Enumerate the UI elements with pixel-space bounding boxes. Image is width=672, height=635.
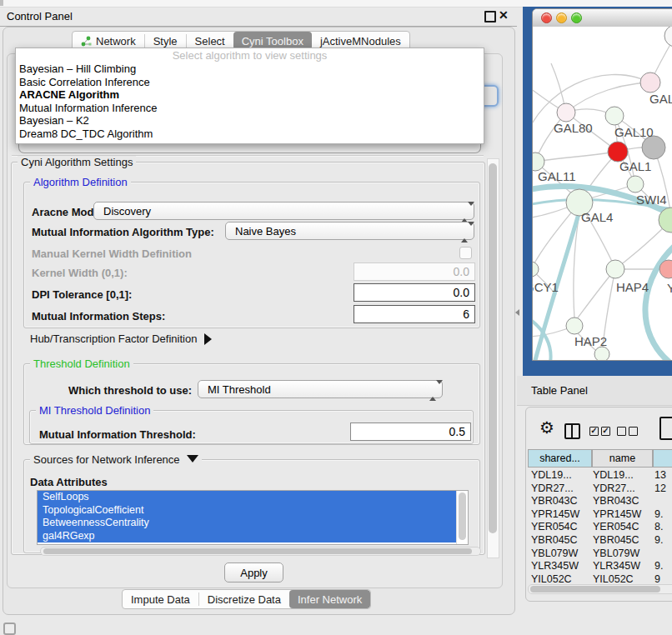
gal10-node[interactable] [605,107,624,125]
algorithm-option[interactable]: Dream8 DC_TDC Algorithm [16,128,484,141]
table-cell: YBL079W [593,548,651,559]
dpi-tolerance-field[interactable]: 0.0 [354,283,475,302]
node-label: SWI4 [636,192,667,207]
scrollbar-thumb[interactable] [530,586,660,592]
gal1-node[interactable] [627,176,644,192]
group-title: Cyni Algorithm Settings [18,156,136,168]
dropdown-placeholder: Select algorithm to view settings [16,48,484,62]
algorithm-option[interactable]: Mutual Information Inference [16,102,484,115]
apply-button[interactable]: Apply [224,562,283,582]
combo-spinner-icon [461,206,468,218]
horizontal-scrollbar[interactable] [40,547,481,556]
table-row[interactable]: YLR345WYLR345W9. [528,560,672,573]
minimize-traffic-light-icon[interactable] [556,12,567,23]
mi-steps-field[interactable]: 6 [354,305,475,323]
checked-checkbox-icon[interactable]: ✓ [589,427,599,436]
table-cell: YBR043C [593,495,651,507]
gear-icon[interactable]: ⚙ [539,418,554,438]
manual-kernel-checkbox[interactable] [459,247,472,259]
attribute-list-item[interactable]: gal4RGexp [38,530,457,543]
zoom-traffic-light-icon[interactable] [571,12,582,23]
unchecked-checkbox-icon[interactable] [629,427,638,436]
aracne-mode-combo[interactable]: Discovery [93,202,474,220]
attribute-list-item[interactable]: TopologicalCoefficient [38,504,457,518]
hub-definition-toggle[interactable]: Hub/Transcription Factor Definition [30,332,212,345]
table-cell: YLR345W [531,560,589,572]
gal80-node[interactable] [557,103,575,122]
table-cell: YBR045C [593,534,651,546]
algorithm-option[interactable]: ARACNE Algorithm [16,88,484,102]
table-row[interactable]: YBL079WYBL079W [528,548,672,561]
attribute-list-item[interactable]: SelfLoops [38,491,457,504]
docked-panel-icon[interactable] [3,622,16,635]
column-header-name[interactable]: name [592,449,653,468]
node-partial-bottom[interactable] [594,347,609,360]
scrollbar-thumb[interactable] [43,548,472,554]
network-window[interactable]: GALGAL80GAL10GAL1GAL11SWI4GAL4GCY1HAP4YH… [532,8,672,361]
algorithm-option[interactable]: Bayesian – K2 [16,114,484,128]
close-icon[interactable]: ✕ [499,8,509,22]
table-row[interactable]: YDR27...YDR27...12 [528,482,672,496]
mi-type-combo[interactable]: Naive Bayes [225,222,474,240]
table-cell: YPR145W [593,508,651,520]
float-window-icon[interactable] [484,11,496,22]
table-cell: 8. [654,521,672,532]
group-title: Threshold Definition [30,358,133,370]
sources-toggle[interactable]: Sources for Network Inference [30,453,202,466]
list-scrollbar[interactable] [456,491,468,544]
column-header-partial[interactable]: A [653,449,672,468]
algorithm-option[interactable]: Basic Correlation Inference [16,76,484,89]
network-window-titlebar[interactable] [533,9,672,28]
tab-infer-network[interactable]: Infer Network [289,590,370,608]
cyni-mode-tabs: Impute Data Discretize Data Infer Networ… [122,589,371,609]
pink-node[interactable] [640,72,660,92]
column-header-shared-name[interactable]: shared... [528,449,592,468]
kernel-width-label: Kernel Width (0,1): [32,267,128,279]
table-row[interactable]: YBR043CYBR043C [528,495,672,508]
close-traffic-light-icon[interactable] [541,12,552,23]
hap4-node[interactable] [606,260,624,278]
pane-collapse-handle[interactable] [515,309,519,316]
collapse-down-icon [187,455,198,462]
control-panel-titlebar: Control Panel ✕ [0,8,517,27]
table-row[interactable]: YER054CYER054C8. [528,521,672,534]
tab-impute-data[interactable]: Impute Data [123,590,198,608]
table-cell: YDR27... [593,482,651,494]
gray-node[interactable] [642,136,665,159]
columns-icon[interactable] [564,423,580,439]
algorithm-option[interactable]: Bayesian – Hill Climbing [16,62,484,76]
document-icon[interactable] [659,417,672,440]
scrollbar-thumb[interactable] [459,492,466,540]
mi-type-label: Mutual Information Algorithm Type: [32,226,214,238]
node-partial-top[interactable] [664,27,672,47]
table-cell: YDL19... [531,469,589,481]
table-row[interactable]: YPR145WYPR145W9. [528,508,672,522]
table-cell: 9. [654,508,672,520]
panel-grip [0,0,3,6]
which-threshold-combo[interactable]: MI Threshold [198,380,443,398]
mi-threshold-field[interactable]: 0.5 [350,422,471,441]
node-label: GCY1 [533,280,559,294]
group-title: Algorithm Definition [30,176,131,188]
table-cell: YBR043C [531,495,589,507]
manual-kernel-label: Manual Kernel Width Definition [32,248,192,260]
tab-label: Network [96,35,136,48]
table-row[interactable]: YDL19...YDL19...13 [528,469,672,482]
scrollbar-thumb[interactable] [489,163,497,533]
hap2-node[interactable] [566,318,583,334]
table-horizontal-scrollbar[interactable] [528,584,672,594]
group-title: MI Threshold Definition [36,404,153,417]
table-cell: 12 [654,482,672,494]
gcy1-node[interactable] [533,262,539,277]
which-threshold-label: Which threshold to use: [68,384,192,397]
table-rows: YDL19...YDL19...13YDR27...YDR27...12YBR0… [528,469,672,586]
data-attributes-list[interactable]: SelfLoopsTopologicalCoefficientBetweenne… [37,490,469,545]
unchecked-checkbox-icon[interactable] [617,427,626,436]
attribute-list-item[interactable]: BetweennessCentrality [38,517,457,530]
table-cell: 9 [654,573,672,585]
node-label: GAL4 [581,210,613,224]
network-canvas[interactable]: GALGAL80GAL10GAL1GAL11SWI4GAL4GCY1HAP4YH… [533,27,672,360]
tab-discretize-data[interactable]: Discretize Data [199,590,289,608]
table-row[interactable]: YBR045CYBR045C9. [528,534,672,548]
checked-checkbox-icon[interactable]: ✓ [601,427,610,436]
